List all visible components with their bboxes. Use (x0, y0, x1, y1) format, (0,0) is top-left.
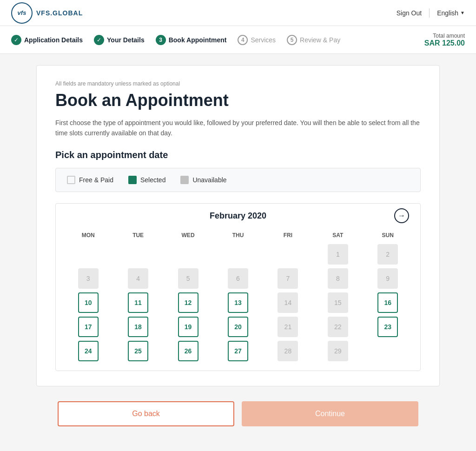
weekday-sun: SUN (363, 228, 413, 242)
calendar-day-cell[interactable]: 24 (63, 339, 113, 363)
legend-free-paid-label: Free & Paid (79, 176, 113, 184)
calendar-day-cell (263, 242, 313, 266)
day-available[interactable]: 18 (128, 317, 148, 337)
calendar-next-button[interactable]: → (394, 208, 409, 223)
day-empty (228, 244, 248, 265)
calendar-day-cell[interactable]: 27 (213, 339, 263, 363)
calendar-day-cell: 2 (363, 242, 413, 266)
calendar-week-row: 10111213141516 (63, 291, 413, 315)
weekday-fri: FRI (263, 228, 313, 242)
day-unavailable: 6 (228, 268, 248, 289)
step-label-1: Application Details (24, 36, 83, 44)
calendar-day-cell[interactable]: 23 (363, 315, 413, 339)
day-available[interactable]: 23 (377, 317, 398, 337)
stepper: ✓ Application Details ✓ Your Details 3 B… (0, 26, 476, 54)
calendar-day-cell: 7 (263, 266, 313, 291)
day-unavailable: 21 (278, 317, 298, 337)
total-amount-area: Total amount SAR 125.00 (424, 33, 465, 47)
legend-selected: Selected (128, 176, 165, 184)
day-empty (78, 244, 99, 265)
sign-out-button[interactable]: Sign Out (397, 9, 422, 17)
day-empty (377, 341, 398, 361)
calendar-day-cell[interactable]: 18 (113, 315, 163, 339)
step-num-3: 3 (156, 35, 166, 45)
day-unavailable: 2 (377, 244, 398, 265)
day-available[interactable]: 11 (128, 292, 148, 313)
day-available[interactable]: 16 (377, 292, 398, 313)
mandatory-note: All fields are mandatory unless marked a… (55, 80, 421, 87)
calendar-day-cell: 9 (363, 266, 413, 291)
day-available[interactable]: 26 (178, 341, 198, 361)
calendar-day-cell[interactable]: 26 (163, 339, 213, 363)
calendar-week-row: 242526272829 (63, 339, 413, 363)
day-available[interactable]: 27 (228, 341, 248, 361)
main-content: All fields are mandatory unless marked a… (29, 65, 447, 386)
day-available[interactable]: 17 (78, 317, 99, 337)
legend-unavailable-label: Unavailable (192, 176, 226, 184)
day-available[interactable]: 12 (178, 292, 198, 313)
calendar-day-cell: 14 (263, 291, 313, 315)
step-num-4: 4 (238, 35, 248, 45)
day-empty (178, 244, 198, 265)
calendar-day-cell[interactable]: 16 (363, 291, 413, 315)
calendar-day-cell (363, 339, 413, 363)
calendar-day-cell: 28 (263, 339, 313, 363)
calendar-header: February 2020 → (63, 211, 413, 221)
day-unavailable: 22 (328, 317, 348, 337)
header: vfs VFS.GLOBAL Sign Out English ▼ (0, 0, 476, 26)
day-available[interactable]: 13 (228, 292, 248, 313)
page-description: First choose the type of appointment you… (55, 118, 421, 139)
logo-icon: vfs (11, 2, 33, 24)
header-right: Sign Out English ▼ (397, 8, 465, 18)
day-available[interactable]: 24 (78, 341, 99, 361)
logo-initials: vfs (18, 9, 26, 16)
calendar-day-cell[interactable]: 12 (163, 291, 213, 315)
day-unavailable: 7 (278, 268, 298, 289)
step-book-appointment[interactable]: 3 Book Appointment (156, 35, 227, 45)
day-unavailable: 4 (128, 268, 148, 289)
day-available[interactable]: 19 (178, 317, 198, 337)
calendar-day-cell: 6 (213, 266, 263, 291)
step-your-details[interactable]: ✓ Your Details (94, 35, 145, 45)
calendar-week-row: 3456789 (63, 266, 413, 291)
step-review-pay: 5 Review & Pay (287, 35, 340, 45)
step-services: 4 Services (238, 35, 276, 45)
calendar-grid: MON TUE WED THU FRI SAT SUN 123456789101… (63, 228, 413, 363)
step-label-3: Book Appointment (169, 36, 227, 44)
calendar-day-cell[interactable]: 19 (163, 315, 213, 339)
step-application-details[interactable]: ✓ Application Details (11, 35, 83, 45)
day-unavailable: 9 (377, 268, 398, 289)
check-icon-1: ✓ (11, 35, 21, 45)
day-available[interactable]: 25 (128, 341, 148, 361)
continue-button[interactable]: Continue (242, 401, 418, 426)
day-empty (278, 244, 298, 265)
step-num-5: 5 (287, 35, 297, 45)
day-empty (128, 244, 148, 265)
step-label-4: Services (251, 36, 276, 44)
calendar-day-cell[interactable]: 10 (63, 291, 113, 315)
language-selector[interactable]: English ▼ (437, 9, 465, 17)
total-amount-label: Total amount (424, 33, 465, 39)
legend-selected-label: Selected (140, 176, 165, 184)
calendar-day-cell[interactable]: 11 (113, 291, 163, 315)
form-card: All fields are mandatory unless marked a… (36, 65, 440, 386)
calendar-day-cell[interactable]: 25 (113, 339, 163, 363)
calendar-day-cell: 4 (113, 266, 163, 291)
calendar-day-cell[interactable]: 13 (213, 291, 263, 315)
calendar-day-cell[interactable]: 20 (213, 315, 263, 339)
go-back-button[interactable]: Go back (58, 401, 234, 426)
logo-text: VFS.GLOBAL (36, 9, 83, 17)
page-title: Book an Appointment (55, 91, 421, 110)
legend-free-paid: Free & Paid (67, 176, 113, 184)
calendar-month-label: February 2020 (210, 211, 266, 221)
calendar-week-row: 17181920212223 (63, 315, 413, 339)
calendar-day-cell: 3 (63, 266, 113, 291)
day-available[interactable]: 10 (78, 292, 99, 313)
legend-unavailable-icon (180, 176, 189, 184)
calendar-day-cell (213, 242, 263, 266)
day-available[interactable]: 20 (228, 317, 248, 337)
weekday-wed: WED (163, 228, 213, 242)
calendar-day-cell[interactable]: 17 (63, 315, 113, 339)
legend-free-paid-icon (67, 176, 75, 184)
step-label-5: Review & Pay (300, 36, 340, 44)
